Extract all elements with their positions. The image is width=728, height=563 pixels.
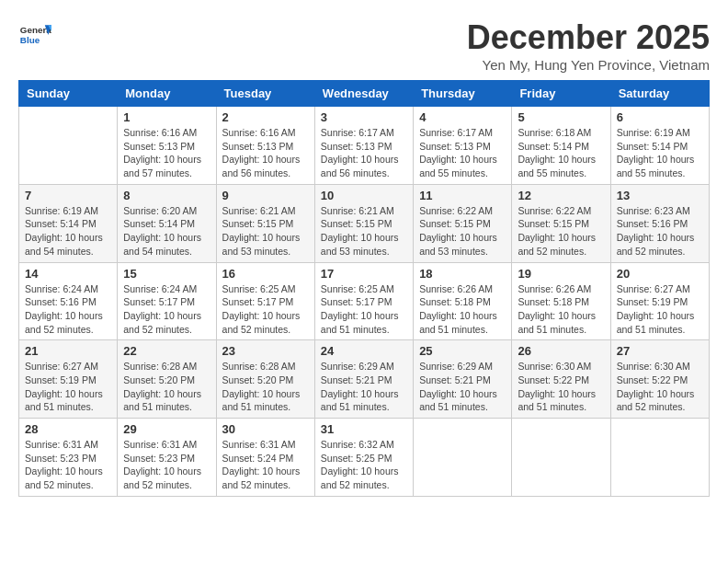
calendar-cell: 5Sunrise: 6:18 AM Sunset: 5:14 PM Daylig… [512, 107, 610, 185]
calendar-cell: 1Sunrise: 6:16 AM Sunset: 5:13 PM Daylig… [118, 107, 216, 185]
day-info: Sunrise: 6:29 AM Sunset: 5:21 PM Dayligh… [321, 360, 407, 414]
calendar-table: SundayMondayTuesdayWednesdayThursdayFrid… [18, 80, 710, 497]
svg-text:Blue: Blue [20, 35, 40, 45]
day-info: Sunrise: 6:28 AM Sunset: 5:20 PM Dayligh… [222, 360, 309, 414]
day-number: 25 [419, 344, 506, 358]
day-number: 4 [419, 110, 506, 124]
calendar-cell: 19Sunrise: 6:26 AM Sunset: 5:18 PM Dayli… [512, 262, 610, 340]
calendar-cell [610, 419, 709, 497]
day-number: 1 [123, 110, 210, 124]
day-info: Sunrise: 6:23 AM Sunset: 5:16 PM Dayligh… [617, 204, 703, 259]
day-number: 13 [617, 189, 703, 202]
calendar-week-row: 21Sunrise: 6:27 AM Sunset: 5:19 PM Dayli… [19, 340, 710, 419]
day-info: Sunrise: 6:21 AM Sunset: 5:15 PM Dayligh… [321, 204, 407, 259]
weekday-header-wednesday: Wednesday [314, 81, 413, 107]
calendar-cell: 3Sunrise: 6:17 AM Sunset: 5:13 PM Daylig… [314, 107, 413, 185]
day-info: Sunrise: 6:29 AM Sunset: 5:21 PM Dayligh… [419, 360, 506, 414]
day-number: 31 [321, 422, 407, 436]
calendar-cell: 29Sunrise: 6:31 AM Sunset: 5:23 PM Dayli… [118, 419, 216, 497]
day-info: Sunrise: 6:18 AM Sunset: 5:14 PM Dayligh… [518, 126, 604, 180]
day-number: 14 [25, 267, 111, 281]
calendar-cell: 18Sunrise: 6:26 AM Sunset: 5:18 PM Dayli… [414, 262, 512, 340]
weekday-header-thursday: Thursday [414, 81, 512, 107]
calendar-cell: 24Sunrise: 6:29 AM Sunset: 5:21 PM Dayli… [314, 340, 413, 419]
day-number: 8 [123, 189, 210, 202]
day-number: 11 [419, 189, 506, 202]
logo-area: General Blue [18, 18, 55, 52]
day-number: 28 [25, 422, 111, 436]
day-number: 3 [321, 110, 407, 124]
day-number: 7 [25, 189, 111, 202]
calendar-cell: 20Sunrise: 6:27 AM Sunset: 5:19 PM Dayli… [610, 262, 709, 340]
day-info: Sunrise: 6:17 AM Sunset: 5:13 PM Dayligh… [321, 126, 407, 180]
calendar-cell: 15Sunrise: 6:24 AM Sunset: 5:17 PM Dayli… [118, 262, 216, 340]
weekday-header-row: SundayMondayTuesdayWednesdayThursdayFrid… [19, 81, 710, 107]
day-number: 15 [123, 267, 210, 281]
day-info: Sunrise: 6:17 AM Sunset: 5:13 PM Dayligh… [419, 126, 506, 180]
day-number: 26 [518, 344, 604, 358]
day-info: Sunrise: 6:21 AM Sunset: 5:15 PM Dayligh… [222, 204, 309, 259]
day-info: Sunrise: 6:31 AM Sunset: 5:23 PM Dayligh… [25, 438, 111, 492]
day-number: 5 [518, 110, 604, 124]
day-info: Sunrise: 6:22 AM Sunset: 5:15 PM Dayligh… [419, 204, 506, 259]
weekday-header-sunday: Sunday [19, 81, 118, 107]
weekday-header-saturday: Saturday [610, 81, 709, 107]
calendar-cell: 13Sunrise: 6:23 AM Sunset: 5:16 PM Dayli… [610, 184, 709, 262]
calendar-cell [414, 419, 512, 497]
day-info: Sunrise: 6:26 AM Sunset: 5:18 PM Dayligh… [518, 282, 604, 337]
calendar-cell: 25Sunrise: 6:29 AM Sunset: 5:21 PM Dayli… [414, 340, 512, 419]
location-subtitle: Yen My, Hung Yen Province, Vietnam [467, 57, 710, 73]
day-number: 23 [222, 344, 309, 358]
day-number: 10 [321, 189, 407, 202]
day-info: Sunrise: 6:24 AM Sunset: 5:16 PM Dayligh… [25, 282, 111, 337]
calendar-cell [512, 419, 610, 497]
day-info: Sunrise: 6:22 AM Sunset: 5:15 PM Dayligh… [518, 204, 604, 259]
day-number: 27 [617, 344, 703, 358]
day-info: Sunrise: 6:20 AM Sunset: 5:14 PM Dayligh… [123, 204, 210, 259]
day-number: 6 [617, 110, 703, 124]
calendar-cell: 27Sunrise: 6:30 AM Sunset: 5:22 PM Dayli… [610, 340, 709, 419]
calendar-cell: 31Sunrise: 6:32 AM Sunset: 5:25 PM Dayli… [314, 419, 413, 497]
general-blue-logo-icon: General Blue [18, 18, 51, 52]
day-info: Sunrise: 6:26 AM Sunset: 5:18 PM Dayligh… [419, 282, 506, 337]
calendar-cell: 12Sunrise: 6:22 AM Sunset: 5:15 PM Dayli… [512, 184, 610, 262]
page-header: General Blue December 2025 Yen My, Hung … [18, 18, 710, 73]
day-number: 12 [518, 189, 604, 202]
day-number: 30 [222, 422, 309, 436]
day-info: Sunrise: 6:24 AM Sunset: 5:17 PM Dayligh… [123, 282, 210, 337]
calendar-week-row: 28Sunrise: 6:31 AM Sunset: 5:23 PM Dayli… [19, 419, 710, 497]
day-number: 20 [617, 267, 703, 281]
day-number: 21 [25, 344, 111, 358]
calendar-cell: 22Sunrise: 6:28 AM Sunset: 5:20 PM Dayli… [118, 340, 216, 419]
calendar-cell: 26Sunrise: 6:30 AM Sunset: 5:22 PM Dayli… [512, 340, 610, 419]
day-info: Sunrise: 6:28 AM Sunset: 5:20 PM Dayligh… [123, 360, 210, 414]
day-info: Sunrise: 6:27 AM Sunset: 5:19 PM Dayligh… [25, 360, 111, 414]
month-title: December 2025 [467, 18, 710, 57]
day-number: 22 [123, 344, 210, 358]
day-info: Sunrise: 6:25 AM Sunset: 5:17 PM Dayligh… [321, 282, 407, 337]
calendar-week-row: 7Sunrise: 6:19 AM Sunset: 5:14 PM Daylig… [19, 184, 710, 262]
day-info: Sunrise: 6:27 AM Sunset: 5:19 PM Dayligh… [617, 282, 703, 337]
calendar-cell: 30Sunrise: 6:31 AM Sunset: 5:24 PM Dayli… [216, 419, 314, 497]
day-info: Sunrise: 6:16 AM Sunset: 5:13 PM Dayligh… [222, 126, 309, 180]
day-info: Sunrise: 6:31 AM Sunset: 5:24 PM Dayligh… [222, 438, 309, 492]
day-number: 17 [321, 267, 407, 281]
calendar-cell: 2Sunrise: 6:16 AM Sunset: 5:13 PM Daylig… [216, 107, 314, 185]
day-info: Sunrise: 6:30 AM Sunset: 5:22 PM Dayligh… [518, 360, 604, 414]
calendar-cell: 10Sunrise: 6:21 AM Sunset: 5:15 PM Dayli… [314, 184, 413, 262]
calendar-cell: 14Sunrise: 6:24 AM Sunset: 5:16 PM Dayli… [19, 262, 118, 340]
weekday-header-tuesday: Tuesday [216, 81, 314, 107]
day-number: 9 [222, 189, 309, 202]
day-number: 29 [123, 422, 210, 436]
day-info: Sunrise: 6:16 AM Sunset: 5:13 PM Dayligh… [123, 126, 210, 180]
day-number: 2 [222, 110, 309, 124]
title-area: December 2025 Yen My, Hung Yen Province,… [467, 18, 710, 73]
calendar-cell: 23Sunrise: 6:28 AM Sunset: 5:20 PM Dayli… [216, 340, 314, 419]
calendar-cell: 9Sunrise: 6:21 AM Sunset: 5:15 PM Daylig… [216, 184, 314, 262]
day-info: Sunrise: 6:19 AM Sunset: 5:14 PM Dayligh… [617, 126, 703, 180]
calendar-cell [19, 107, 118, 185]
day-info: Sunrise: 6:32 AM Sunset: 5:25 PM Dayligh… [321, 438, 407, 492]
calendar-week-row: 14Sunrise: 6:24 AM Sunset: 5:16 PM Dayli… [19, 262, 710, 340]
calendar-cell: 17Sunrise: 6:25 AM Sunset: 5:17 PM Dayli… [314, 262, 413, 340]
day-number: 19 [518, 267, 604, 281]
